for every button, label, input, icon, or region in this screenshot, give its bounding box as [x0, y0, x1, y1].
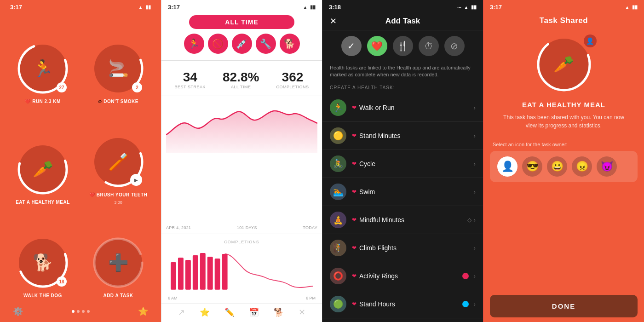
- stand-hours-chevron: ›: [473, 300, 476, 308]
- stat-icon-tool[interactable]: 🔧: [256, 34, 276, 54]
- mindful-name: Mindful Minutes: [359, 216, 404, 224]
- status-icons-2: ▲ ▮▮: [303, 4, 316, 11]
- stand-hours-icon: 🟢: [330, 296, 346, 312]
- stat-icon-smoke[interactable]: 🚫: [208, 34, 228, 54]
- avatar-smile[interactable]: 😀: [547, 156, 567, 177]
- swim-icon: 🏊: [330, 184, 346, 200]
- brush-sublabel: 3:00: [114, 200, 122, 205]
- cycle-name: Cycle: [359, 160, 375, 167]
- svg-rect-17: [207, 257, 213, 290]
- tab-check[interactable]: ✓: [341, 36, 362, 56]
- all-time-button[interactable]: ALL TIME: [189, 15, 294, 29]
- brush-heart-icon: ❤️: [89, 192, 95, 197]
- shared-task-title: EAT A HEALTHY MEAL: [483, 97, 644, 111]
- activity-icon: ⭕: [330, 268, 346, 284]
- signal-icon-3: ···: [457, 5, 461, 10]
- add-icon: ➕: [108, 253, 129, 272]
- stat-icon-run[interactable]: 🏃: [184, 34, 204, 54]
- chart-end: TODAY: [303, 225, 317, 230]
- walk-dog-label-row: WALK THE DOG: [23, 293, 62, 298]
- chart-time-start: 6 AM: [168, 296, 178, 300]
- wifi-icon-4: ▲: [625, 5, 630, 10]
- play-button[interactable]: ▶: [130, 174, 142, 186]
- avatar-angry[interactable]: 😠: [572, 156, 592, 177]
- shared-task-icon: 🥕: [553, 55, 574, 74]
- task-shared-circle-area: 🥕 👤: [483, 30, 644, 97]
- task-cell-run[interactable]: 🏃 27 ❤️ RUN 2.3 KM: [8, 17, 77, 104]
- battery-icon-2: ▮▮: [310, 4, 316, 10]
- circle-brush-teeth: 🪥 ▶: [91, 134, 146, 190]
- tab-health[interactable]: ❤️: [367, 36, 387, 56]
- streak-label: BEST STREAK: [175, 85, 206, 89]
- avatar-person[interactable]: 👤: [497, 156, 518, 177]
- task-cell-dont-smoke[interactable]: 🚬 2 ⊘ DON'T SMOKE: [84, 17, 153, 104]
- dog-badge: 18: [57, 276, 67, 287]
- list-item-climb[interactable]: 🧗 ❤ Climb Flights ›: [322, 234, 483, 262]
- circle-dont-smoke: 🚬 2: [91, 41, 146, 96]
- completions-label: COMPLETIONS: [276, 85, 309, 89]
- stat-icon-dog[interactable]: 🐕: [280, 34, 300, 54]
- edit-icon[interactable]: ✏️: [224, 307, 235, 317]
- favorites-icon[interactable]: ⭐: [138, 306, 148, 316]
- list-item-cycle[interactable]: 🚴 ❤ Cycle ›: [322, 150, 483, 178]
- dot-4: [87, 310, 90, 313]
- activity-heart: ❤: [352, 273, 356, 279]
- screen4-task-shared: 3:17 ▲ ▮▮ Task Shared 🥕 👤 EAT A HEALTHY …: [483, 0, 644, 322]
- eat-icon: 🥕: [33, 160, 53, 179]
- close-button[interactable]: ✕: [330, 16, 337, 26]
- swim-name: Swim: [359, 188, 375, 196]
- stand-hours-name: Stand Hours: [359, 300, 395, 308]
- avatar-devil[interactable]: 😈: [597, 156, 617, 177]
- tab-timer[interactable]: ⏱: [419, 36, 439, 56]
- calendar-icon[interactable]: 📅: [249, 307, 259, 317]
- task-type-tabs: ✓ ❤️ 🍴 ⏱ ⊘: [322, 30, 483, 62]
- close-bottom-icon[interactable]: ✕: [299, 307, 305, 317]
- climb-chevron: ›: [473, 244, 476, 252]
- run-label: RUN 2.3 KM: [32, 99, 61, 104]
- list-item-walk-run[interactable]: 🏃 ❤ Walk or Run ›: [322, 94, 483, 122]
- list-item-swim[interactable]: 🏊 ❤ Swim ›: [322, 178, 483, 206]
- list-item-mindful[interactable]: 🧘 ❤ Mindful Minutes ◇ ›: [322, 206, 483, 234]
- task-cell-add-task[interactable]: ➕ ADD A TASK: [84, 211, 153, 298]
- time-2: 3:17: [168, 4, 180, 11]
- completions-value: 362: [276, 70, 309, 85]
- star-bottom-icon[interactable]: ⭐: [200, 307, 210, 317]
- tab-food[interactable]: 🍴: [393, 36, 413, 56]
- bar-chart-svg: [166, 246, 317, 292]
- avatar-sunglasses[interactable]: 😎: [522, 156, 542, 177]
- climb-text: ❤ Climb Flights: [352, 244, 473, 252]
- task-cell-walk-dog[interactable]: 🐕 18 WALK THE DOG: [8, 211, 77, 298]
- task-cell-brush-teeth[interactable]: 🪥 ▶ ❤️ BRUSH YOUR TEETH 3:00: [84, 110, 153, 205]
- task-cell-eat-healthy[interactable]: 🥕 EAT A HEALTHY MEAL: [8, 110, 77, 205]
- share-icon[interactable]: ↗: [178, 307, 185, 317]
- stat-icon-inject[interactable]: 💉: [232, 34, 252, 54]
- list-item-exercise[interactable]: 🏃 ❤ Exercise Minutes ›: [322, 318, 483, 322]
- done-button[interactable]: DONE: [490, 295, 638, 317]
- status-icons-4: ▲ ▮▮: [625, 4, 638, 11]
- divider-1: [161, 60, 322, 61]
- activity-name: Activity Rings: [359, 272, 398, 280]
- screen2-stats: 3:17 ▲ ▮▮ ALL TIME 🏃 🚫 💉 🔧 🐕 34 BEST STR…: [161, 0, 322, 322]
- stand-minutes-chevron: ›: [473, 132, 476, 139]
- climb-icon: 🧗: [330, 240, 346, 256]
- circle-walk-dog: 🐕 18: [15, 235, 70, 290]
- dot-1: [72, 310, 75, 313]
- svg-rect-19: [222, 254, 228, 290]
- mindful-right: ◇ ›: [467, 216, 476, 224]
- dog-bottom-icon[interactable]: 🐕: [274, 307, 284, 317]
- task-grid: 🏃 27 ❤️ RUN 2.3 KM 🚬 2 ⊘ DON'T SMOKE: [6, 12, 155, 303]
- dot-2: [77, 310, 80, 313]
- settings-icon[interactable]: ⚙️: [13, 306, 23, 316]
- stand-hours-right: ›: [462, 300, 476, 308]
- status-icons-1: ▲ ▮▮: [138, 4, 151, 10]
- mindful-heart: ❤: [352, 217, 356, 223]
- list-item-stand-minutes[interactable]: 🟡 ❤ Stand Minutes ›: [322, 122, 483, 150]
- list-item-activity[interactable]: ⭕ ❤ Activity Rings ›: [322, 262, 483, 290]
- run-label-row: ❤️ RUN 2.3 KM: [25, 99, 61, 104]
- list-item-stand-hours[interactable]: 🟢 ❤ Stand Hours ›: [322, 290, 483, 318]
- person-badge: 👤: [584, 34, 597, 47]
- tab-block[interactable]: ⊘: [444, 36, 465, 56]
- smoke-icon: 🚬: [108, 59, 129, 78]
- stat-all-time: 82.8% ALL TIME: [223, 70, 259, 89]
- health-info-text: Health tasks are linked to the Health ap…: [322, 62, 483, 83]
